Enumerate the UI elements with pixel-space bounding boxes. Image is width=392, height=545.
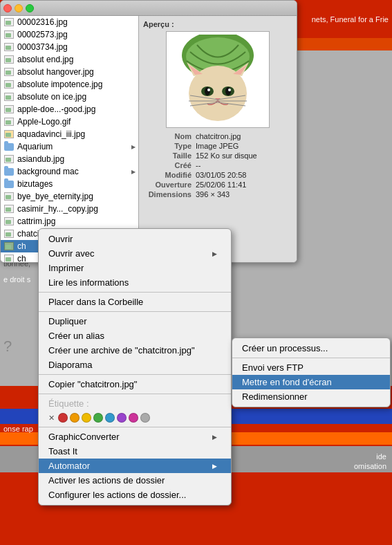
menu-item-dupliquer[interactable]: Dupliquer — [39, 314, 231, 329]
separator-5 — [39, 427, 231, 427]
file-icon — [3, 116, 15, 127]
close-button[interactable] — [3, 4, 12, 12]
color-dot-yellow[interactable] — [82, 413, 91, 423]
color-dot-green[interactable] — [93, 413, 103, 423]
menu-item-ouvrir-avec[interactable]: Ouvrir avec ▶ — [39, 246, 231, 261]
file-item[interactable]: aquadavinci_iii.jpg — [1, 128, 138, 140]
menu-item-corbeille[interactable]: Placer dans la Corbeille — [39, 295, 231, 309]
file-item[interactable]: casimir_hy..._copy.jpg — [1, 203, 138, 215]
menu-item-alias[interactable]: Créer un alias — [39, 329, 231, 343]
submenu-arrow: ▶ — [212, 250, 217, 257]
finder-toolbar — [1, 1, 297, 16]
info-label-modifie: Modifié — [143, 171, 192, 179]
menu-item-lire-infos[interactable]: Lire les informations — [39, 275, 231, 290]
file-icon — [3, 17, 15, 28]
info-value-type: Image JPEG — [196, 142, 292, 150]
submenu-arrow-gc: ▶ — [212, 434, 217, 441]
file-item[interactable]: 00002316.jpg — [1, 16, 138, 28]
menu-item-configurer-actions[interactable]: Configurer les actions de dossier... — [39, 488, 231, 502]
submenu-item-fond-ecran[interactable]: Mettre en fond d'écran — [232, 375, 390, 389]
color-dot-gray[interactable] — [140, 413, 150, 423]
background-right-text-2: omisation — [354, 462, 386, 470]
file-icon — [3, 29, 15, 40]
menu-item-automator[interactable]: Automator ▶ — [39, 459, 231, 473]
file-item[interactable]: 00003734.jpg — [1, 41, 138, 53]
menu-item-archive[interactable]: Créer une archive de "chatcitron.jpg" — [39, 343, 231, 358]
file-item[interactable]: asiandub.jpg — [1, 153, 138, 165]
background-question-mark: ? — [3, 338, 12, 355]
preview-image — [166, 31, 270, 128]
background-right-text-1: ide — [376, 452, 386, 461]
info-value-nom: chatcitron.jpg — [196, 132, 292, 140]
file-item[interactable]: cattrim.jpg — [1, 215, 138, 228]
folder-icon — [3, 166, 15, 177]
info-label-taille: Taille — [143, 151, 192, 160]
file-item[interactable]: 00002573.jpg — [1, 28, 138, 41]
separator-1 — [39, 292, 231, 293]
submenu-item-creer-processus[interactable]: Créer un processus... — [232, 341, 390, 355]
menu-item-graphicconverter[interactable]: GraphicConverter ▶ — [39, 429, 231, 444]
info-value-modifie: 03/01/05 20:58 — [196, 171, 292, 179]
background-response-text: onse rap — [3, 425, 33, 433]
context-menu: Ouvrir Ouvrir avec ▶ Imprimer Lire les i… — [38, 228, 232, 506]
menu-item-diaporama[interactable]: Diaporama — [39, 358, 231, 372]
file-icon — [3, 241, 15, 252]
separator-4 — [39, 394, 231, 394]
maximize-button[interactable] — [26, 4, 34, 12]
file-item[interactable]: apple-doe...-good.jpg — [1, 103, 138, 116]
file-item-background-mac[interactable]: background mac — [1, 165, 138, 178]
file-icon — [3, 203, 15, 214]
menu-item-ouvrir[interactable]: Ouvrir — [39, 232, 231, 246]
color-dot-purple[interactable] — [117, 413, 127, 423]
file-item-aquarium[interactable]: Aquarium — [1, 140, 138, 153]
menu-item-activer-actions[interactable]: Activer les actions de dossier — [39, 473, 231, 488]
file-item[interactable]: bizutages — [1, 178, 138, 190]
color-dot-pink[interactable] — [129, 413, 138, 423]
info-value-cree: -- — [196, 161, 292, 169]
color-dot-red[interactable] — [58, 413, 68, 423]
file-icon — [3, 104, 15, 115]
preview-label: Aperçu : — [143, 20, 174, 28]
menu-item-copier[interactable]: Copier "chatcitron.jpg" — [39, 377, 231, 391]
file-icon — [3, 253, 15, 262]
file-item[interactable]: absolut hangover.jpg — [1, 66, 138, 78]
info-label-nom: Nom — [143, 132, 192, 140]
background-text-top-right: nets, Funeral for a Frie — [312, 15, 389, 24]
file-icon — [3, 129, 15, 140]
file-icon — [3, 66, 15, 77]
file-icon — [3, 228, 15, 239]
submenu-arrow-automator: ▶ — [212, 463, 217, 470]
finder-content: 00002316.jpg 00002573.jpg 00003734.jpg a… — [1, 16, 297, 262]
color-dot-orange[interactable] — [70, 413, 80, 423]
submenu-item-redimensionner[interactable]: Redimensionner — [232, 389, 390, 404]
file-item[interactable]: absolut end.jpg — [1, 53, 138, 66]
svg-point-10 — [225, 87, 231, 95]
svg-point-12 — [228, 89, 231, 91]
info-label-cree: Créé — [143, 161, 192, 169]
color-dot-blue[interactable] — [105, 413, 115, 423]
file-icon — [3, 191, 15, 202]
info-value-dimensions: 396 × 343 — [196, 190, 292, 198]
file-item[interactable]: absolute impotence.jpg — [1, 78, 138, 91]
minimize-button[interactable] — [15, 4, 23, 12]
file-item[interactable]: absolute on ice.jpg — [1, 91, 138, 103]
menu-item-imprimer[interactable]: Imprimer — [39, 261, 231, 275]
file-item[interactable]: Apple-Logo.gif — [1, 116, 138, 128]
info-value-ouverture: 25/02/06 11:41 — [196, 181, 292, 189]
file-item[interactable]: bye_bye_eternity.jpg — [1, 190, 138, 203]
submenu-item-envoi-ftp[interactable]: Envoi vers FTP — [232, 360, 390, 375]
folder-icon — [3, 141, 15, 152]
info-label-dimensions: Dimensions — [143, 190, 192, 198]
background-text-droit: e droit s — [3, 275, 30, 284]
menu-item-toastit[interactable]: Toast It — [39, 444, 231, 459]
file-icon — [3, 79, 15, 90]
finder-panel: 00002316.jpg 00002573.jpg 00003734.jpg a… — [0, 0, 297, 263]
menu-label-etiquette: Étiquette : — [39, 396, 231, 411]
file-list[interactable]: 00002316.jpg 00002573.jpg 00003734.jpg a… — [1, 16, 139, 262]
info-label-ouverture: Ouverture — [143, 181, 192, 189]
file-icon — [3, 91, 15, 102]
folder-icon — [3, 178, 15, 190]
color-none[interactable]: ✕ — [48, 414, 55, 423]
svg-point-9 — [205, 87, 210, 95]
automator-submenu: Créer un processus... Envoi vers FTP Met… — [232, 338, 391, 407]
